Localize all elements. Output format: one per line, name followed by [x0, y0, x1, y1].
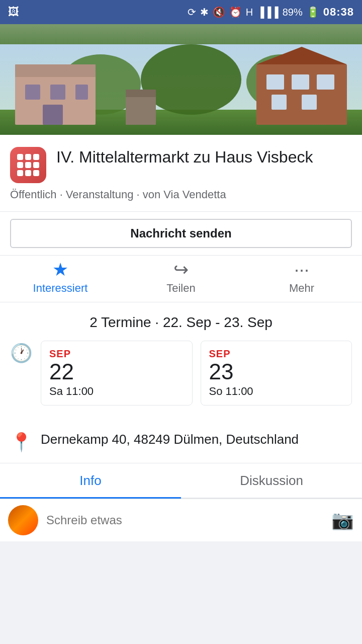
event-subtitle: Öffentlich · Veranstaltung · von Via Ven…: [10, 188, 352, 201]
signal-icon: H: [246, 7, 253, 18]
location-address: Dernekamp 40, 48249 Dülmen, Deutschland: [41, 431, 299, 448]
svg-rect-11: [256, 64, 347, 125]
date-card-1[interactable]: SEP 22 Sa 11:00: [41, 341, 193, 406]
status-bar-right: ⟳ ✱ 🔇 ⏰ H ▐▐▐ 89% 🔋 08:38: [188, 6, 354, 19]
svg-rect-15: [317, 74, 334, 90]
message-button[interactable]: Nachricht senden: [10, 219, 352, 248]
message-btn-container: Nachricht senden: [0, 212, 362, 255]
svg-rect-17: [302, 95, 317, 110]
battery-percent: 89%: [283, 7, 303, 18]
svg-rect-14: [292, 74, 309, 90]
date1-day: 22: [49, 360, 184, 384]
svg-rect-19: [126, 90, 156, 97]
svg-rect-8: [50, 85, 65, 100]
event-details: 2 Termine · 22. Sep - 23. Sep 🕐 SEP 22 S…: [0, 302, 362, 411]
avatar-image: [8, 505, 38, 535]
location-icon: 📍: [10, 432, 33, 453]
tab-discussion-label: Diskussion: [240, 473, 303, 489]
tabs-bar: Info Diskussion: [0, 463, 362, 499]
clock-icon: 🕐: [10, 343, 33, 364]
bluetooth-icon: ✱: [200, 6, 209, 18]
dates-row: 🕐 SEP 22 Sa 11:00 SEP 23 So 11:00: [10, 341, 352, 406]
status-bar-left: 🖼: [8, 6, 19, 19]
date-cards: SEP 22 Sa 11:00 SEP 23 So 11:00: [41, 341, 352, 406]
event-icon: [10, 147, 46, 183]
comment-bar: 📷: [0, 499, 362, 541]
spacer-1: [0, 411, 362, 419]
svg-rect-13: [266, 74, 284, 90]
hero-image: [0, 24, 362, 135]
location-row: 📍 Dernekamp 40, 48249 Dülmen, Deutschlan…: [0, 419, 362, 463]
share-icon: ↪: [173, 261, 189, 279]
interested-action[interactable]: ★ Interessiert: [30, 261, 90, 295]
network-bars: ▐▐▐: [257, 7, 279, 18]
battery-icon: 🔋: [307, 6, 319, 18]
tab-info[interactable]: Info: [0, 463, 181, 498]
svg-rect-9: [75, 85, 88, 100]
comment-input[interactable]: [46, 507, 323, 533]
camera-icon[interactable]: 📷: [331, 510, 354, 531]
status-bar: 🖼 ⟳ ✱ 🔇 ⏰ H ▐▐▐ 89% 🔋 08:38: [0, 0, 362, 24]
avatar: [8, 505, 38, 535]
tab-discussion[interactable]: Diskussion: [181, 463, 362, 498]
svg-rect-16: [272, 95, 287, 110]
event-dates-summary: 2 Termine · 22. Sep - 23. Sep: [10, 314, 352, 331]
svg-rect-10: [43, 105, 63, 125]
mute-icon: 🔇: [213, 6, 225, 18]
date1-time: Sa 11:00: [49, 385, 184, 398]
date2-time: So 11:00: [209, 385, 344, 398]
date2-month: SEP: [209, 348, 344, 360]
svg-rect-7: [25, 85, 40, 100]
more-icon: ···: [294, 261, 309, 279]
svg-rect-18: [126, 95, 156, 125]
more-label: Mehr: [289, 282, 314, 295]
date1-month: SEP: [49, 348, 184, 360]
date-card-2[interactable]: SEP 23 So 11:00: [201, 341, 352, 406]
action-bar: ★ Interessiert ↪ Teilen ··· Mehr: [0, 256, 362, 302]
event-title-row: IV. Mittelaltermarkt zu Haus Visbeck: [10, 147, 352, 183]
event-title: IV. Mittelaltermarkt zu Haus Visbeck: [56, 147, 352, 167]
star-icon: ★: [52, 261, 68, 279]
alarm-icon: ⏰: [229, 6, 242, 18]
image-icon: 🖼: [8, 6, 19, 19]
share-action[interactable]: ↪ Teilen: [151, 261, 211, 295]
share-label: Teilen: [166, 282, 195, 295]
svg-rect-6: [15, 64, 96, 77]
status-time: 08:38: [323, 6, 354, 19]
event-header: IV. Mittelaltermarkt zu Haus Visbeck Öff…: [0, 135, 362, 211]
interested-label: Interessiert: [33, 282, 88, 295]
more-action[interactable]: ··· Mehr: [272, 261, 332, 295]
event-icon-grid: [17, 154, 39, 176]
date2-day: 23: [209, 360, 344, 384]
sync-icon: ⟳: [188, 6, 196, 18]
tab-info-label: Info: [79, 473, 101, 489]
